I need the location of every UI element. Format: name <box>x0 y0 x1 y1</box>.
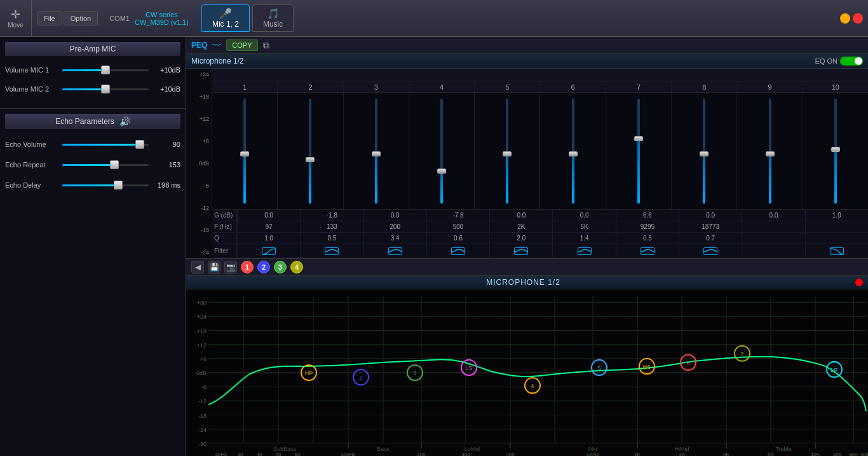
eq-slider-handle-4[interactable] <box>437 169 446 174</box>
y-label: +24 <box>189 71 209 78</box>
peq-section: PEQ 〰 COPY ⧉ Microphone 1/2 EQ ON +24 <box>186 37 868 259</box>
q-value-1: 1.0 <box>237 233 300 244</box>
y-label: 0dB <box>189 160 209 167</box>
vol-mic2-slider[interactable] <box>62 84 149 94</box>
band-2-btn[interactable]: 2 <box>257 261 270 273</box>
eq-on-toggle[interactable]: EQ ON <box>815 57 863 66</box>
svg-text:-12: -12 <box>198 398 207 404</box>
filter-shape-1[interactable] <box>237 244 300 258</box>
peq-label: PEQ <box>191 41 207 50</box>
svg-text:-24: -24 <box>198 427 207 433</box>
eq-slider-handle-8[interactable] <box>700 151 709 156</box>
menu-bar: File Option <box>32 11 103 25</box>
lower-prev-btn[interactable]: ◀ <box>191 261 204 273</box>
eq-slider-handle-3[interactable] <box>372 151 381 156</box>
eq-slider-handle-1[interactable] <box>240 151 249 156</box>
option-menu[interactable]: Option <box>64 11 98 25</box>
echo-thumb[interactable] <box>110 160 119 169</box>
g-values-row: 0.0-1.80.0-7.80.00.06.60.00.01.0 <box>237 210 868 221</box>
filter-shape-10[interactable] <box>805 244 868 258</box>
q-value-4: 0.6 <box>426 233 489 244</box>
lower-save-btn[interactable]: 💾 <box>208 261 220 273</box>
echo-volume-slider[interactable] <box>62 139 149 149</box>
echo-repeat-row: Echo Repeat 153 <box>5 160 180 170</box>
echo-thumb[interactable] <box>114 181 123 190</box>
move-button[interactable]: ✛ Move <box>0 0 32 37</box>
echo-volume-value: 90 <box>149 141 180 148</box>
band-header-6: 6 <box>539 81 605 92</box>
f-value-10 <box>805 221 868 232</box>
eq-graph-svg: +30 +24 +18 +12 +6 0dB -6 -12 -18 -24 -3… <box>186 289 868 456</box>
slider-thumb[interactable] <box>101 66 110 74</box>
eq-slider-handle-5[interactable] <box>503 151 512 156</box>
band-4-btn[interactable]: 4 <box>290 261 303 273</box>
g-value-2: -1.8 <box>300 210 363 221</box>
filter-shape-2[interactable] <box>300 244 363 258</box>
band-3-btn[interactable]: 3 <box>274 261 287 273</box>
eq-band-slider-9[interactable] <box>736 93 802 209</box>
vol-mic2-row: Volume MIC 2 +10dB <box>5 84 180 94</box>
file-menu[interactable]: File <box>37 11 62 25</box>
eq-band-slider-6[interactable] <box>539 93 605 209</box>
vol-mic2-value: +10dB <box>149 85 180 93</box>
lower-cam-btn[interactable]: 📷 <box>224 261 237 273</box>
f-value-2: 133 <box>300 221 363 232</box>
svg-text:+30: +30 <box>197 300 207 306</box>
eq-y-labels: +24 +18 +12 +6 0dB -6 -12 -18 -24 <box>186 69 212 258</box>
eq-band-slider-8[interactable] <box>671 93 736 209</box>
echo-section: Echo Parameters 🔊 Echo Volume 90 Echo Re… <box>0 109 186 456</box>
eq-band-slider-4[interactable] <box>409 93 474 209</box>
close-button[interactable] <box>853 13 863 24</box>
vol-mic1-slider[interactable] <box>62 65 149 75</box>
svg-text:5K: 5K <box>768 452 774 456</box>
filter-shape-3[interactable] <box>363 244 426 258</box>
band-header-10: 10 <box>803 81 868 92</box>
band-headers-row: 12345678910 <box>212 81 868 92</box>
move-icon: ✛ <box>11 8 20 22</box>
band-header-1: 1 <box>212 81 277 92</box>
left-panel: Pre-Amp MIC Volume MIC 1 +10dB Volume MI… <box>0 37 186 456</box>
filter-shape-5[interactable] <box>489 244 552 258</box>
eq-band-slider-5[interactable] <box>474 93 539 209</box>
eq-band-slider-3[interactable] <box>343 93 409 209</box>
svg-text:+24: +24 <box>197 314 207 320</box>
filter-shape-4[interactable] <box>426 244 489 258</box>
copy-icon[interactable]: ⧉ <box>263 40 269 51</box>
copy-button[interactable]: COPY <box>226 39 257 51</box>
q-value-6: 1.4 <box>552 233 615 244</box>
eq-slider-handle-7[interactable] <box>634 136 643 141</box>
eq-band-slider-2[interactable] <box>277 93 342 209</box>
eq-node-2-label: 2 <box>360 375 363 381</box>
eq-band-slider-10[interactable] <box>803 93 868 209</box>
tab-mic[interactable]: 🎤 Mic 1, 2 <box>201 4 250 32</box>
tab-music[interactable]: 🎵 Music <box>252 4 294 32</box>
y-label: -6 <box>189 183 209 189</box>
q-value-10 <box>805 233 868 244</box>
filter-shape-7[interactable] <box>616 244 679 258</box>
eq-slider-handle-9[interactable] <box>766 151 775 156</box>
y-label: -12 <box>189 205 209 211</box>
eq-slider-handle-2[interactable] <box>306 157 315 162</box>
filter-shape-9[interactable] <box>742 244 804 258</box>
minimize-button[interactable] <box>840 13 850 24</box>
svg-text:-30: -30 <box>198 441 207 447</box>
toggle-switch[interactable] <box>840 57 863 66</box>
slider-thumb[interactable] <box>101 85 110 93</box>
filter-shape-8[interactable] <box>679 244 742 258</box>
echo-thumb[interactable] <box>135 140 144 149</box>
eq-slider-handle-10[interactable] <box>831 147 840 152</box>
echo-delay-value: 198 ms <box>149 181 180 189</box>
filter-shape-6[interactable] <box>552 244 615 258</box>
svg-text:0dB: 0dB <box>196 370 207 377</box>
eq-slider-handle-6[interactable] <box>569 151 578 156</box>
svg-text:300: 300 <box>461 452 470 456</box>
q-value-3: 3.4 <box>363 233 426 244</box>
echo-repeat-slider[interactable] <box>62 160 149 170</box>
svg-text:+12: +12 <box>197 342 207 349</box>
svg-text:60: 60 <box>295 452 301 456</box>
eq-band-slider-1[interactable] <box>212 93 277 209</box>
eq-band-slider-7[interactable] <box>606 93 671 209</box>
echo-delay-slider[interactable] <box>62 180 149 190</box>
band-1-btn[interactable]: 1 <box>241 261 254 273</box>
preamp-header: Pre-Amp MIC <box>5 42 180 56</box>
